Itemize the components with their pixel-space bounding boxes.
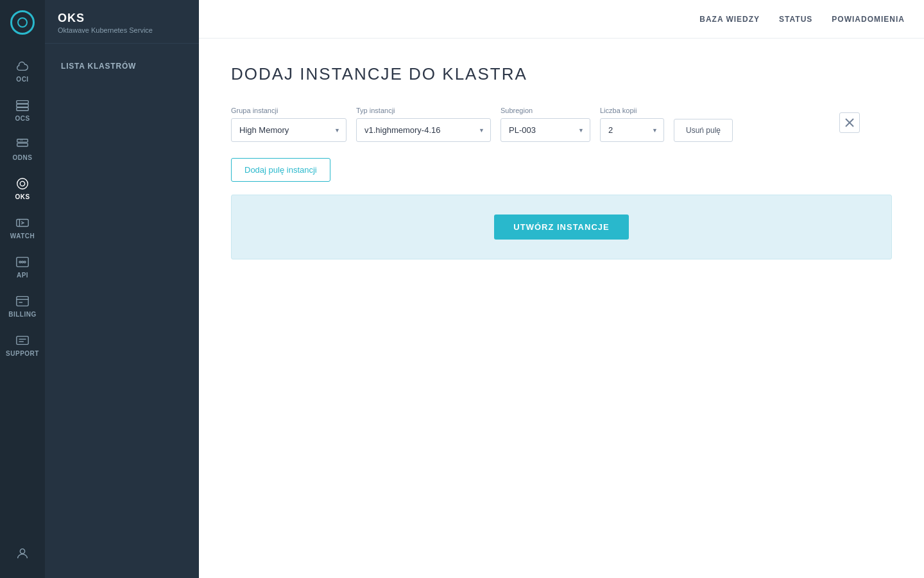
svg-rect-19 [17,337,28,345]
app-subtitle: Oktawave Kubernetes Service [58,26,186,34]
nav-powiadomienia[interactable]: POWIADOMIENIA [832,15,905,24]
logo-icon [10,10,35,35]
type-label: Typ instancji [356,107,491,114]
svg-point-15 [24,261,26,263]
svg-point-9 [20,181,24,186]
left-panel: OKS Oktawave Kubernetes Service LISTA KL… [45,0,199,578]
watch-icon [15,216,30,230]
type-select-wrapper: v1.highmemory-4.16 v1.highmemory-8.32 v1… [356,118,491,142]
remove-field: Usuń pulę [674,119,733,142]
sidebar-item-oci[interactable]: OCI [0,51,45,91]
svg-rect-10 [17,220,28,227]
instance-form-row: Grupa instancji High Memory Standard Hig… [231,107,892,142]
nav-item-lista-klastrow[interactable]: LISTA KLASTRÓW [55,57,189,76]
close-button[interactable] [839,112,860,133]
sidebar-item-api[interactable]: API [0,247,45,286]
storage-icon [15,98,30,112]
svg-rect-1 [17,104,28,107]
sidebar-label-odns: ODNS [13,154,33,161]
oks-icon [15,177,30,191]
group-field: Grupa instancji High Memory Standard Hig… [231,107,346,142]
sidebar-label-oks: OKS [15,193,30,200]
remove-pool-button[interactable]: Usuń pulę [674,119,733,142]
support-icon [15,333,30,347]
svg-point-8 [17,179,28,189]
sidebar-label-billing: BILLING [8,311,37,318]
create-section: UTWÓRZ INSTANCJE [231,195,892,259]
copies-select[interactable]: 1 2 3 4 5 [600,118,664,142]
sidebar-item-odns[interactable]: II ODNS [0,130,45,169]
sidebar-item-ocs[interactable]: OCS [0,91,45,130]
content-wrapper: DODAJ INSTANCJE DO KLASTRA Grupa instanc… [231,64,892,259]
top-nav: BAZA WIEDZY STATUS POWIADOMIENIA [199,0,924,39]
sidebar-item-oks[interactable]: OKS [0,169,45,208]
type-field: Typ instancji v1.highmemory-4.16 v1.high… [356,107,491,142]
sidebar-nav: OCI OCS II ODNS OK [0,45,45,539]
api-icon [15,255,30,269]
sidebar: OCI OCS II ODNS OK [0,0,45,578]
svg-point-13 [19,261,21,263]
sidebar-item-watch[interactable]: WATCH [0,208,45,247]
svg-point-14 [22,261,24,263]
billing-icon [15,294,30,308]
cloud-icon [15,59,30,73]
dns-icon: II [15,137,30,152]
group-select-wrapper: High Memory Standard High CPU [231,118,346,142]
page-title: DODAJ INSTANCJE DO KLASTRA [231,64,892,84]
copies-field: Liczba kopii 1 2 3 4 5 [600,107,664,142]
sidebar-bottom [0,539,45,578]
left-panel-nav: LISTA KLASTRÓW [45,44,199,89]
app-title: OKS [58,12,186,25]
subregion-select[interactable]: PL-001 PL-002 PL-003 [501,118,590,142]
create-button[interactable]: UTWÓRZ INSTANCJE [494,215,628,240]
svg-rect-4 [17,143,28,146]
subregion-select-wrapper: PL-001 PL-002 PL-003 [501,118,590,142]
nav-baza-wiedzy[interactable]: BAZA WIEDZY [699,15,760,24]
user-avatar-button[interactable] [0,539,45,568]
nav-status[interactable]: STATUS [779,15,812,24]
sidebar-label-api: API [17,272,28,279]
add-pool-button[interactable]: Dodaj pulę instancji [231,158,330,182]
main-content: BAZA WIEDZY STATUS POWIADOMIENIA DODAJ I… [199,0,924,578]
sidebar-item-support[interactable]: SUPPORT [0,326,45,365]
app-header: OKS Oktawave Kubernetes Service [45,0,199,44]
group-label: Grupa instancji [231,107,346,114]
svg-point-22 [20,549,24,554]
sidebar-label-oci: OCI [16,76,28,83]
svg-rect-2 [17,108,28,111]
svg-rect-16 [17,297,28,306]
type-select[interactable]: v1.highmemory-4.16 v1.highmemory-8.32 v1… [356,118,491,142]
subregion-label: Subregion [501,107,590,114]
svg-text:II: II [21,139,22,142]
app-logo[interactable] [0,0,45,45]
copies-select-wrapper: 1 2 3 4 5 [600,118,664,142]
sidebar-label-watch: WATCH [10,232,35,240]
subregion-field: Subregion PL-001 PL-002 PL-003 [501,107,590,142]
group-select[interactable]: High Memory Standard High CPU [231,118,346,142]
sidebar-label-ocs: OCS [15,115,30,122]
logo-inner-circle [17,17,28,28]
content-area: DODAJ INSTANCJE DO KLASTRA Grupa instanc… [199,39,924,578]
sidebar-item-billing[interactable]: BILLING [0,286,45,326]
close-icon [845,118,854,127]
copies-label: Liczba kopii [600,107,664,114]
user-icon [15,547,30,561]
svg-rect-12 [17,258,28,267]
svg-rect-0 [17,101,28,104]
sidebar-label-support: SUPPORT [6,350,39,357]
